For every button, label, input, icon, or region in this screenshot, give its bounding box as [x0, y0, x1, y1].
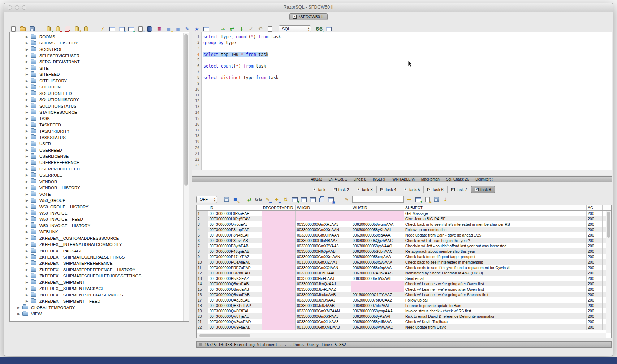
table-cell[interactable]: Check w/ Kevin Tsujihara: [404, 319, 587, 324]
table-cell[interactable]: Get Massage: [404, 211, 587, 216]
table-cell[interactable]: [262, 286, 296, 292]
table-cell[interactable]: 006300000058xw5AAA: [351, 259, 404, 265]
expand-arrow-icon[interactable]: ▶: [26, 243, 31, 246]
table-cell[interactable]: 0033000000JbvQzAAJ: [296, 281, 351, 286]
table-cell[interactable]: 0013000000C4fFCAAZ: [351, 292, 404, 297]
editor-line-4[interactable]: select top 100 * from task: [203, 52, 612, 57]
close-tab-icon[interactable]: [451, 188, 455, 191]
expand-arrow-icon[interactable]: ▶: [26, 237, 31, 240]
result-tab-task-4[interactable]: task 4: [377, 186, 400, 193]
fetch-more-icon[interactable]: ↓: [238, 26, 245, 32]
expand-arrow-icon[interactable]: ▶: [26, 142, 31, 146]
expand-arrow-icon[interactable]: ▶: [26, 155, 31, 158]
table-cell[interactable]: [262, 303, 296, 308]
expand-arrow-icon[interactable]: ▶: [26, 110, 31, 114]
table-cell[interactable]: 00T3000000QAeJbEAL: [208, 297, 262, 303]
table-row[interactable]: 700T3000000P3yrbEAB0033000000GmXPYAA3006…: [197, 243, 611, 248]
table-cell[interactable]: 0033000000GmXKnAAN: [296, 227, 351, 232]
table-cell[interactable]: Check-in w/ Ed - can he join this year?: [404, 238, 587, 243]
table-row[interactable]: 1700T3000000QAeJbEAL0033000000Ju9J9AAJ00…: [197, 297, 611, 303]
title-bar[interactable]: RazorSQL - SFDCW50 II: [4, 3, 613, 12]
expand-arrow-icon[interactable]: ▶: [26, 255, 31, 259]
scrollbar-thumb[interactable]: [199, 334, 250, 337]
drop-table-icon[interactable]: [64, 26, 71, 32]
column-header-AC[interactable]: AC: [587, 205, 603, 210]
expand-arrow-icon[interactable]: ▶: [26, 299, 31, 303]
expand-arrow-icon[interactable]: ▶: [26, 167, 31, 171]
scrollbar-thumb[interactable]: [607, 212, 610, 238]
close-tab-icon[interactable]: [427, 188, 431, 191]
table-cell[interactable]: [262, 292, 296, 297]
table-cell[interactable]: 00T3000000P3tuvEAB: [208, 238, 262, 243]
table-cell[interactable]: 00630000005xfWaAAI: [351, 276, 404, 281]
tree-item-user[interactable]: ▶USER: [10, 140, 183, 147]
table-cell[interactable]: 200: [587, 303, 603, 308]
table-cell[interactable]: [262, 270, 296, 276]
go-result-icon[interactable]: →: [406, 196, 413, 203]
tree-item-rooms[interactable]: ▶ROOMS: [10, 34, 183, 40]
result-tab-task-5[interactable]: task 5: [400, 186, 424, 193]
table-cell[interactable]: 00T3000000P47LYEAZ: [208, 254, 262, 259]
expand-arrow-icon[interactable]: ▶: [26, 66, 31, 70]
editor-line-22[interactable]: [203, 157, 612, 162]
table-row[interactable]: 800T3000000P46qnEAB0033000000H9i0pAAB006…: [197, 248, 611, 254]
table-cell[interactable]: 006300000058yKhAAI: [351, 227, 404, 232]
tree-item-zkfedex-shipmatepreference-history[interactable]: ▶ZKFEDEX__SHIPMATEPREFERENCE__HISTORY: [10, 266, 183, 273]
table-cell[interactable]: 006300000058wgmAAA: [351, 221, 404, 227]
table-cell[interactable]: Check back to see if good target prospec…: [404, 254, 587, 259]
tree-item-scontrol[interactable]: ▶SCONTROL: [10, 46, 183, 52]
tree-item-sfdc-registrant[interactable]: ▶SFDC_REGISTRANT: [10, 59, 183, 65]
table-cell[interactable]: 00T3000000OiyJgEAJ: [208, 221, 262, 227]
table-cell[interactable]: [351, 286, 404, 292]
table-horizontal-scrollbar[interactable]: [197, 333, 606, 338]
sql-history-icon[interactable]: ≡: [266, 26, 273, 32]
table-row[interactable]: 400T3000000P3LopEAF0033000000GmXKnAAN006…: [197, 227, 611, 232]
download-results-icon[interactable]: ↓: [442, 196, 449, 203]
tree-item-zkfedex-shipment-feed[interactable]: ▶ZKFEDEX__SHIPMENT__FEED: [10, 298, 183, 304]
disconnect-icon[interactable]: ●: [55, 26, 61, 32]
table-cell[interactable]: 00T3000000PRR8rEAH: [208, 270, 262, 276]
table-cell[interactable]: 00T3000000QBXPeEAP: [208, 303, 262, 308]
expand-arrow-icon[interactable]: ▶: [26, 274, 31, 278]
table-cell[interactable]: 200: [587, 297, 603, 303]
close-document-icon[interactable]: [293, 15, 297, 19]
table-cell[interactable]: 200: [587, 221, 603, 227]
expand-arrow-icon[interactable]: ▶: [26, 92, 31, 95]
table-cell[interactable]: 00T3000000Q8rexEAB: [208, 281, 262, 286]
results-filter-select[interactable]: OFF: [196, 196, 217, 203]
tree-vertical-scrollbar[interactable]: [183, 33, 189, 321]
table-cell[interactable]: 00630000007blc2AAE: [351, 303, 404, 308]
table-cell[interactable]: 200: [587, 216, 603, 221]
editor-line-18[interactable]: [203, 133, 612, 139]
tree-item-zkfedex-customaddresssource[interactable]: ▶ZKFEDEX__CUSTOMADDRESSSOURCE: [10, 235, 183, 241]
rollback-icon[interactable]: ↶: [257, 26, 264, 32]
table-cell[interactable]: Follow up call: [404, 297, 587, 303]
table-cell[interactable]: 00T3000000Q8rugEAB: [208, 286, 262, 292]
align-sql-icon[interactable]: ≡: [174, 26, 181, 32]
table-cell[interactable]: 0033000000GmXHJAA3: [296, 221, 351, 227]
tree-item-w50-invoice[interactable]: ▶W50_INVOICE: [10, 210, 183, 216]
tree-item-solutionstatus[interactable]: ▶SOLUTIONSTATUS: [10, 103, 183, 109]
table-cell[interactable]: 006300000058xlaAAA: [351, 232, 404, 238]
expand-arrow-icon[interactable]: ▶: [26, 268, 31, 272]
table-cell[interactable]: 00T3000000P46qnEAB: [208, 248, 262, 254]
table-cell[interactable]: 0033000000JFhGlAAL: [296, 270, 351, 276]
table-cell[interactable]: 200: [587, 270, 603, 276]
table-row[interactable]: 2100T3000000QV8wsEAD0033000000GmXLXAA300…: [197, 319, 611, 324]
table-cell[interactable]: 0033000000JbukoAAB: [296, 292, 351, 297]
table-cell[interactable]: 200: [587, 319, 603, 324]
table-row[interactable]: 1800T3000000QBXPeEAP0033000000Ju9zlAAB00…: [197, 303, 611, 308]
tree-item-staticresource[interactable]: ▶STATICRESOURCE: [10, 109, 183, 115]
table-row[interactable]: 600T3000000P3tuvEAB0033000000H9aNBAAZ006…: [197, 238, 611, 243]
code-area[interactable]: select type, count(*) from taskgroup by …: [202, 32, 612, 170]
editor-line-14[interactable]: [203, 110, 612, 116]
table-cell[interactable]: Need update from Bain - gave go ahead 1/…: [404, 232, 587, 238]
table-cell[interactable]: 0033000000GmXOiAAN: [296, 265, 351, 270]
table-cell[interactable]: [296, 211, 351, 216]
expand-arrow-icon[interactable]: ▶: [26, 173, 31, 177]
expand-arrow-icon[interactable]: ▶: [26, 161, 31, 164]
tree-item-zkfedex-shipmentpackage[interactable]: ▶ZKFEDEX__SHIPMENTPACKAGE: [10, 286, 183, 292]
table-cell[interactable]: 00630000005S0bnAAC: [351, 248, 404, 254]
table-cell[interactable]: Rick to email David & reference Delmonte…: [404, 313, 587, 319]
commit-icon[interactable]: ✓: [247, 26, 254, 32]
